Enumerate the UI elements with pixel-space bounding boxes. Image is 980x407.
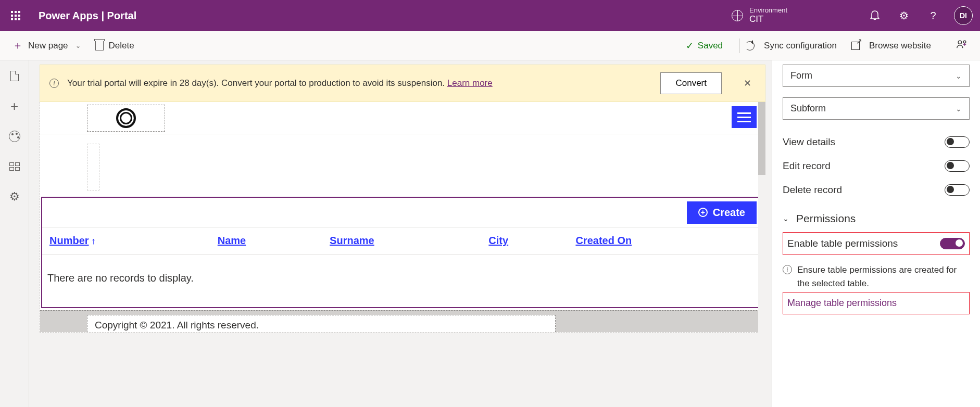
col-city[interactable]: City	[488, 235, 508, 246]
environment-picker[interactable]: Environment CIT	[732, 7, 787, 24]
col-surname[interactable]: Surname	[330, 235, 374, 246]
trash-icon	[95, 41, 104, 50]
delete-record-row: Delete record	[783, 178, 970, 202]
close-banner-icon[interactable]: ✕	[739, 75, 756, 91]
command-bar: ＋ New page ⌄ Delete ✓ Saved Sync configu…	[0, 31, 980, 60]
plus-circle-icon: +	[698, 208, 708, 217]
sync-label: Sync configuration	[764, 41, 837, 51]
share-icon[interactable]	[956, 39, 968, 53]
templates-rail-icon[interactable]	[8, 160, 21, 173]
trial-banner: i Your trial portal will expire in 28 da…	[40, 65, 765, 102]
browse-label: Browse website	[869, 41, 931, 51]
create-label: Create	[713, 207, 745, 219]
banner-text: Your trial portal will expire in 28 day(…	[67, 78, 493, 88]
sort-asc-icon: ↑	[91, 236, 96, 246]
dropdown2-value: Subform	[790, 103, 826, 114]
banner-message: Your trial portal will expire in 28 day(…	[67, 78, 447, 88]
view-details-row: View details	[783, 130, 970, 154]
permissions-title: Permissions	[796, 212, 856, 225]
list-toolbar: + Create	[42, 198, 763, 227]
list-component[interactable]: + Create Number ↑ Name Surname City Crea…	[41, 197, 764, 308]
manage-permissions-link[interactable]: Manage table permissions	[787, 298, 897, 308]
delete-record-toggle[interactable]	[945, 184, 970, 196]
help-icon[interactable]: ?	[926, 10, 940, 22]
info-icon: i	[49, 79, 59, 88]
delete-button[interactable]: Delete	[95, 41, 134, 51]
app-launcher-icon[interactable]	[7, 7, 24, 24]
environment-label: Environment	[749, 7, 787, 14]
view-details-label: View details	[783, 136, 835, 148]
chevron-down-icon: ⌄	[956, 105, 962, 113]
left-rail: + ⚙	[0, 60, 29, 407]
properties-pane: Form ⌄ Subform ⌄ View details Edit recor…	[772, 60, 980, 407]
info-icon: i	[783, 265, 792, 274]
edit-record-row: Edit record	[783, 154, 970, 178]
col-created-on[interactable]: Created On	[575, 235, 632, 246]
pages-rail-icon[interactable]	[8, 70, 21, 82]
col-number[interactable]: Number	[49, 235, 89, 246]
empty-message: There are no records to display.	[42, 255, 763, 308]
canvas: i Your trial portal will expire in 28 da…	[29, 60, 772, 407]
footer-section[interactable]: Copyright © 2021. All rights reserved.	[40, 310, 765, 332]
svg-point-0	[958, 41, 961, 44]
edit-record-label: Edit record	[783, 160, 831, 172]
new-page-button[interactable]: ＋ New page ⌄	[12, 39, 81, 53]
globe-icon	[732, 10, 743, 21]
form-dropdown[interactable]: Subform ⌄	[783, 97, 970, 120]
browse-website-button[interactable]: Browse website	[851, 41, 931, 51]
sync-configuration-button[interactable]: Sync configuration	[745, 41, 837, 51]
manage-permissions-highlight: Manage table permissions	[783, 292, 970, 314]
enable-permissions-highlight: Enable table permissions	[783, 232, 970, 255]
content-placeholder[interactable]	[40, 134, 765, 197]
edit-record-toggle[interactable]	[945, 160, 970, 172]
convert-button[interactable]: Convert	[660, 72, 722, 94]
environment-name: CIT	[749, 14, 787, 24]
scrollbar-thumb[interactable]	[758, 102, 765, 175]
saved-status: ✓ Saved	[686, 40, 723, 52]
logo-icon	[116, 108, 136, 128]
user-avatar[interactable]: DI	[954, 6, 973, 25]
app-header: Power Apps | Portal Environment CIT ⚙ ? …	[0, 0, 980, 31]
footer-text: Copyright © 2021. All rights reserved.	[87, 315, 556, 332]
page-preview[interactable]: + Create Number ↑ Name Surname City Crea…	[40, 102, 765, 333]
delete-label: Delete	[109, 41, 134, 51]
plus-icon: ＋	[12, 39, 23, 53]
help-message: Ensure table permissions are created for…	[797, 263, 970, 290]
chevron-down-icon: ⌄	[783, 214, 789, 223]
col-name[interactable]: Name	[218, 235, 246, 246]
divider	[739, 39, 740, 53]
delete-record-label: Delete record	[783, 184, 842, 196]
learn-more-link[interactable]: Learn more	[447, 78, 493, 88]
permissions-help-text: i Ensure table permissions are created f…	[783, 260, 970, 292]
add-rail-icon[interactable]: +	[8, 100, 21, 112]
view-details-toggle[interactable]	[945, 136, 970, 148]
notifications-icon[interactable]	[868, 10, 882, 21]
target-type-dropdown[interactable]: Form ⌄	[783, 65, 970, 87]
saved-label: Saved	[698, 41, 723, 51]
themes-rail-icon[interactable]	[8, 130, 21, 143]
preview-nav-header	[40, 102, 765, 134]
records-table: Number ↑ Name Surname City Created On Th…	[42, 227, 763, 307]
create-button[interactable]: + Create	[687, 201, 757, 224]
chevron-down-icon: ⌄	[76, 42, 81, 49]
external-link-icon	[851, 42, 860, 50]
hamburger-menu-button[interactable]	[732, 106, 757, 128]
dropdown1-value: Form	[790, 70, 812, 81]
enable-permissions-toggle[interactable]	[940, 238, 965, 249]
settings-rail-icon[interactable]: ⚙	[8, 190, 21, 203]
check-icon: ✓	[686, 40, 694, 52]
logo-placeholder[interactable]	[87, 105, 165, 132]
sync-icon	[745, 41, 755, 50]
app-title: Power Apps | Portal	[39, 10, 136, 22]
new-page-label: New page	[28, 41, 68, 51]
svg-point-1	[963, 41, 966, 43]
permissions-section-header[interactable]: ⌄ Permissions	[783, 202, 970, 232]
settings-icon[interactable]: ⚙	[897, 9, 911, 22]
enable-permissions-label: Enable table permissions	[787, 238, 898, 249]
chevron-down-icon: ⌄	[956, 72, 962, 80]
